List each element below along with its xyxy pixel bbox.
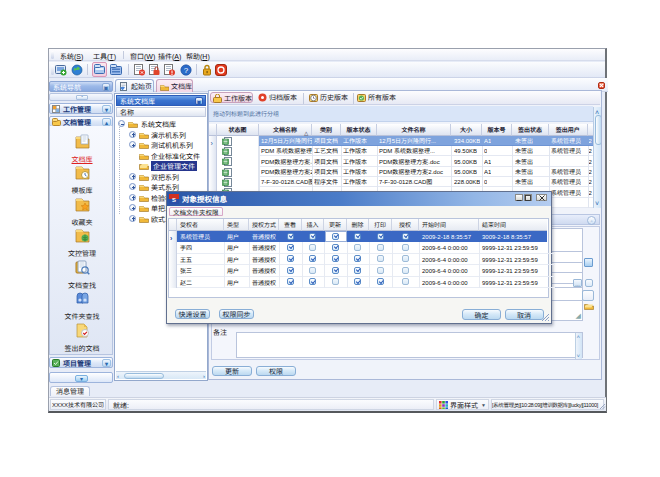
svg-text:S: S bbox=[172, 197, 176, 203]
svg-text:?: ? bbox=[184, 66, 189, 75]
